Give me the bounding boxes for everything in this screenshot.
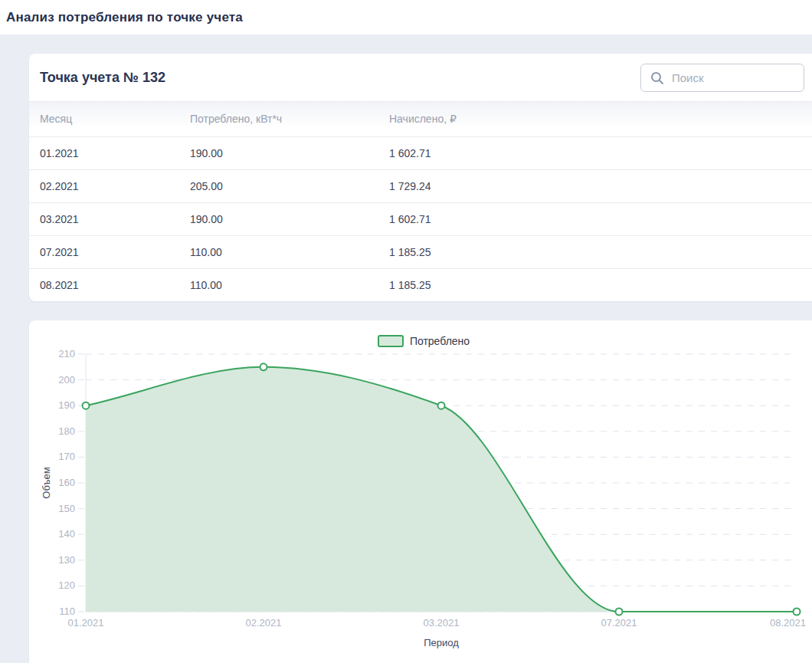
data-point-marker — [438, 402, 445, 409]
metering-point-card: Точка учета № 132 Месяц Потреблено, кВт*… — [29, 54, 812, 301]
column-header-charged: Начислено, ₽ — [389, 102, 812, 136]
search-icon — [650, 71, 664, 85]
data-point-marker — [260, 363, 267, 370]
x-tick-label: 01.2021 — [68, 617, 104, 629]
table-header-row: Месяц Потреблено, кВт*ч Начислено, ₽ — [29, 102, 812, 136]
y-axis-title: Объем — [41, 467, 52, 498]
x-axis-title: Период — [424, 637, 459, 648]
y-tick-label: 200 — [58, 374, 75, 386]
x-tick-label: 07.2021 — [601, 617, 637, 629]
table-cell: 1 729.24 — [389, 169, 812, 202]
table-cell: 110.00 — [190, 268, 389, 301]
page-title: Анализ потребления по точке учета — [6, 10, 243, 25]
x-tick-label: 02.2021 — [246, 617, 282, 629]
column-header-month: Месяц — [29, 102, 190, 136]
table-cell: 02.2021 — [29, 169, 190, 202]
legend-label: Потреблено — [410, 335, 470, 347]
content: Точка учета № 132 Месяц Потреблено, кВт*… — [0, 34, 812, 663]
table-cell: 1 185.25 — [389, 235, 812, 268]
table-cell: 1 602.71 — [389, 136, 812, 169]
y-tick-label: 170 — [58, 451, 75, 462]
page-header: Анализ потребления по точке учета — [0, 0, 812, 34]
data-point-marker — [83, 402, 90, 409]
y-tick-label: 210 — [58, 348, 75, 359]
legend-swatch-icon — [378, 335, 404, 347]
y-tick-label: 130 — [58, 554, 75, 566]
table-row: 02.2021205.001 729.24 — [29, 169, 812, 202]
table-cell: 205.00 — [190, 169, 389, 202]
chart-legend[interactable]: Потреблено — [29, 335, 812, 347]
x-tick-label: 03.2021 — [424, 617, 460, 629]
table-row: 01.2021190.001 602.71 — [29, 136, 812, 169]
table-cell: 1 602.71 — [389, 202, 812, 235]
table-cell: 08.2021 — [29, 268, 190, 301]
column-header-consumed: Потреблено, кВт*ч — [190, 102, 389, 136]
y-tick-label: 120 — [58, 579, 75, 591]
data-point-marker — [794, 609, 801, 615]
search-input[interactable] — [664, 71, 804, 84]
table-cell: 07.2021 — [29, 235, 190, 268]
table-cell: 190.00 — [190, 202, 389, 235]
table-row: 07.2021110.001 185.25 — [29, 235, 812, 268]
table-row: 03.2021190.001 602.71 — [29, 202, 812, 235]
table-cell: 01.2021 — [29, 136, 190, 169]
table-cell: 190.00 — [190, 136, 389, 169]
card-header: Точка учета № 132 — [29, 54, 812, 102]
y-tick-label: 110 — [59, 606, 75, 617]
consumption-chart: 11012013014015016017018019020021001.2021… — [29, 320, 812, 663]
consumption-table: Месяц Потреблено, кВт*ч Начислено, ₽ 01.… — [29, 102, 812, 301]
search-box[interactable] — [640, 64, 804, 92]
y-tick-label: 150 — [58, 503, 75, 514]
table-cell: 1 185.25 — [389, 268, 812, 301]
y-tick-label: 140 — [58, 528, 75, 540]
y-tick-label: 160 — [58, 477, 75, 488]
data-point-marker — [616, 609, 623, 615]
chart-card: Потреблено 11012013014015016017018019020… — [29, 320, 812, 663]
table-cell: 03.2021 — [29, 202, 190, 235]
y-tick-label: 190 — [58, 399, 75, 411]
card-title: Точка учета № 132 — [40, 70, 165, 86]
table-row: 08.2021110.001 185.25 — [29, 268, 812, 301]
table-cell: 110.00 — [190, 235, 389, 268]
y-tick-label: 180 — [58, 425, 75, 437]
x-tick-label: 08.2021 — [770, 617, 806, 629]
